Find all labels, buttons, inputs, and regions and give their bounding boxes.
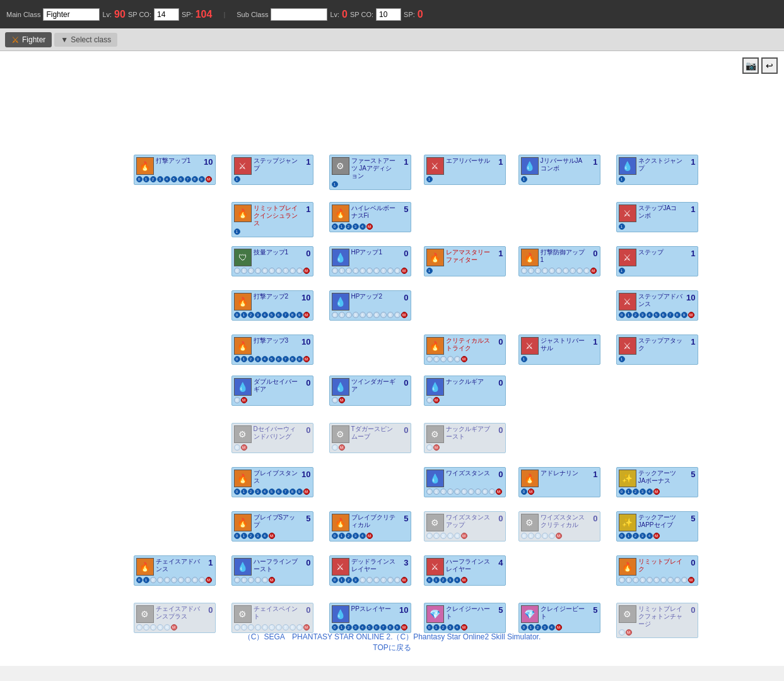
- skill-dot[interactable]: M: [241, 397, 247, 403]
- skill-dot[interactable]: M: [556, 624, 562, 631]
- skill-dot[interactable]: 6: [178, 176, 184, 182]
- skill-dot[interactable]: 6: [660, 577, 667, 583]
- skill-dot[interactable]: 6: [178, 577, 184, 583]
- skill-dot[interactable]: 3: [640, 489, 646, 495]
- skill-dot[interactable]: M: [590, 268, 597, 274]
- skill-dot[interactable]: 0: [332, 268, 338, 274]
- skill-dot[interactable]: 3: [255, 268, 261, 274]
- skill-card-s9[interactable]: ⚔ステップJAコンボ11: [616, 202, 698, 232]
- skill-card-s11[interactable]: 💧HPアップ100123456789M: [329, 246, 411, 276]
- skill-card-s14[interactable]: ⚔ステップ11: [616, 246, 698, 276]
- skill-dot[interactable]: 4: [454, 356, 460, 362]
- skill-dot[interactable]: 9: [394, 624, 401, 631]
- skill-dot[interactable]: 9: [394, 312, 401, 318]
- skill-dot[interactable]: 1: [626, 577, 632, 583]
- sub-class-input[interactable]: [271, 8, 327, 21]
- skill-dot[interactable]: 9: [296, 624, 303, 631]
- skill-dot[interactable]: 3: [353, 312, 359, 318]
- skill-dot[interactable]: 9: [296, 489, 303, 495]
- skill-card-s10[interactable]: 🛡技量アップ100123456789M: [231, 246, 313, 276]
- skill-dot[interactable]: 1: [241, 624, 247, 631]
- skill-dot[interactable]: 4: [549, 533, 555, 539]
- skill-dot[interactable]: 8: [290, 356, 296, 362]
- skill-dot[interactable]: 0: [332, 624, 338, 631]
- skill-dot[interactable]: 1: [143, 624, 149, 631]
- skill-dot[interactable]: 2: [535, 268, 541, 274]
- skill-dot[interactable]: 4: [164, 577, 170, 583]
- skill-card-s27[interactable]: ⚙ナックルギアブースト00M: [424, 423, 506, 453]
- skill-dot[interactable]: 8: [482, 489, 488, 495]
- skill-card-s39[interactable]: ⚔デッドラインスレイヤー30123456789M: [329, 555, 411, 586]
- skill-dot[interactable]: 1: [339, 624, 345, 631]
- skill-card-s15[interactable]: 🔥打撃アップ2100123456789M: [231, 290, 313, 321]
- skill-dot[interactable]: 8: [387, 312, 394, 318]
- skill-card-s37[interactable]: 🔥チェイスアドバンス10123456789M: [134, 555, 216, 586]
- skill-dot[interactable]: 8: [387, 624, 394, 631]
- skill-dot[interactable]: 1: [339, 312, 345, 318]
- skill-card-s1[interactable]: 🔥打撃アップ1100123456789M: [134, 155, 216, 185]
- skill-dot[interactable]: 0: [234, 489, 240, 495]
- skill-dot[interactable]: 4: [647, 489, 653, 495]
- skill-dot[interactable]: M: [401, 312, 407, 318]
- skill-dot[interactable]: 3: [640, 312, 646, 318]
- skill-dot[interactable]: 9: [296, 268, 303, 274]
- skill-dot[interactable]: 0: [234, 312, 240, 318]
- skill-dot[interactable]: 2: [440, 577, 447, 583]
- skill-dot[interactable]: 6: [563, 268, 569, 274]
- skill-dot[interactable]: 1: [528, 268, 534, 274]
- skill-dot[interactable]: 7: [185, 176, 191, 182]
- skill-dot[interactable]: M: [206, 577, 212, 583]
- skill-dot[interactable]: 1: [626, 312, 632, 318]
- skill-dot[interactable]: 0: [619, 533, 625, 539]
- skill-dot[interactable]: 0: [521, 489, 527, 495]
- skill-card-s33[interactable]: 🔥ブレイブクリティカル501234M: [329, 511, 411, 542]
- skill-dot[interactable]: 1: [143, 577, 149, 583]
- skill-dot[interactable]: 2: [633, 489, 639, 495]
- skill-dot[interactable]: 8: [674, 312, 681, 318]
- skill-dot[interactable]: 1: [626, 489, 632, 495]
- skill-dot[interactable]: 0: [234, 268, 240, 274]
- skill-card-s16[interactable]: 💧HPアップ200123456789M: [329, 290, 411, 321]
- skill-dot[interactable]: 3: [640, 533, 646, 539]
- skill-dot[interactable]: 4: [164, 176, 170, 182]
- skill-dot[interactable]: M: [528, 489, 534, 495]
- skill-dot[interactable]: 2: [633, 312, 639, 318]
- skill-dot[interactable]: 0: [136, 176, 143, 182]
- skill-dot[interactable]: 1: [339, 577, 345, 583]
- skill-dot[interactable]: 4: [647, 533, 653, 539]
- skill-dot[interactable]: 6: [373, 312, 380, 318]
- skill-dot[interactable]: 8: [387, 577, 394, 583]
- skill-dot[interactable]: M: [433, 444, 440, 451]
- skill-dot[interactable]: 7: [667, 312, 674, 318]
- skill-card-s3[interactable]: ⚙ファーストアーツ JAアディション11: [329, 155, 411, 190]
- skill-card-s21[interactable]: ⚔ステップアタック11: [616, 335, 698, 365]
- skill-dot[interactable]: M: [461, 533, 467, 539]
- skill-dot[interactable]: 9: [199, 176, 205, 182]
- skill-dot[interactable]: 6: [373, 577, 380, 583]
- skill-dot[interactable]: 0: [332, 223, 338, 230]
- skill-dot[interactable]: 1: [241, 577, 247, 583]
- skill-dot[interactable]: 2: [440, 489, 447, 495]
- skill-dot[interactable]: 4: [262, 533, 268, 539]
- skill-dot[interactable]: M: [303, 268, 310, 274]
- skill-dot[interactable]: 5: [269, 356, 275, 362]
- skill-dot[interactable]: 4: [262, 312, 268, 318]
- sub-sp-co-input[interactable]: [376, 8, 401, 21]
- skill-card-s8[interactable]: 🔥ハイレベルボーナスFi501234M: [329, 202, 411, 232]
- skill-dot[interactable]: 2: [346, 268, 352, 274]
- skill-dot[interactable]: 2: [248, 624, 254, 631]
- skill-dot[interactable]: 5: [366, 624, 373, 631]
- skill-dot[interactable]: 7: [380, 268, 387, 274]
- skill-dot[interactable]: 7: [283, 489, 289, 495]
- skill-dot[interactable]: 6: [276, 268, 282, 274]
- skill-dot[interactable]: 4: [549, 624, 555, 631]
- skill-dot[interactable]: 5: [171, 176, 177, 182]
- skill-dot[interactable]: 1: [433, 577, 440, 583]
- skill-dot[interactable]: 0: [234, 444, 240, 451]
- skill-dot[interactable]: 2: [346, 577, 352, 583]
- skill-dot[interactable]: 6: [468, 489, 474, 495]
- skill-dot[interactable]: 0: [521, 268, 527, 274]
- skill-dot[interactable]: 7: [475, 489, 481, 495]
- skill-dot[interactable]: M: [171, 624, 177, 631]
- skill-dot[interactable]: 6: [276, 624, 282, 631]
